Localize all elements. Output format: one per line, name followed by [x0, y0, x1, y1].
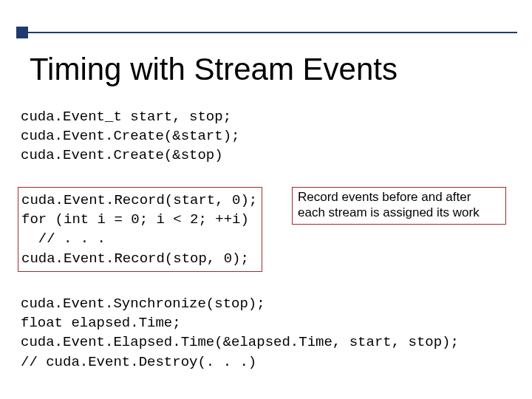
accent-line — [28, 32, 517, 33]
code-block-boxed: cuda.Event.Record(start, 0); for (int i … — [18, 187, 262, 272]
slide-title: Timing with Stream Events — [30, 52, 398, 87]
annotation-box: Record events before and after each stre… — [292, 187, 506, 225]
accent-square — [16, 27, 28, 38]
code-block-top: cuda.Event_t start, stop; cuda.Event.Cre… — [21, 107, 239, 166]
code-block-bottom: cuda.Event.Synchronize(stop); float elap… — [21, 294, 459, 372]
